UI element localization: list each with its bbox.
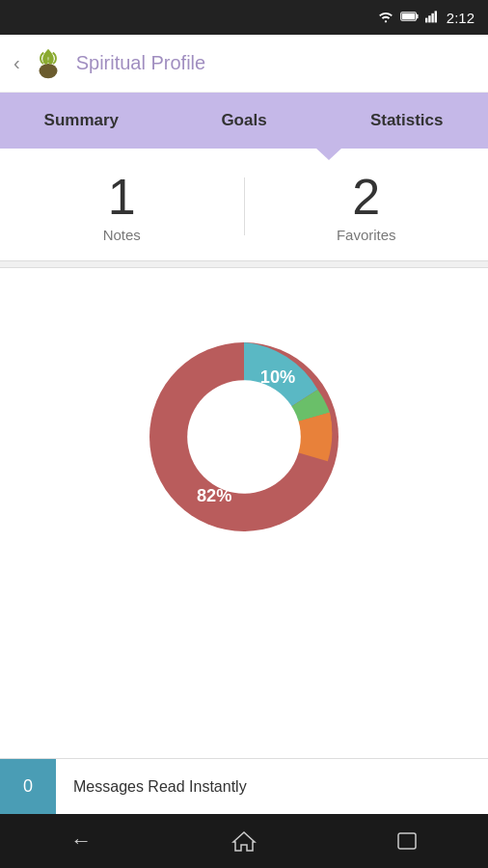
donut-chart: 10% 82% — [109, 302, 379, 572]
svg-rect-12 — [398, 833, 416, 849]
svg-text:82%: 82% — [197, 486, 231, 505]
notes-label: Notes — [0, 227, 244, 243]
bottom-card: 0 Messages Read Instantly — [0, 758, 488, 814]
svg-rect-5 — [431, 13, 433, 22]
page-title: Spiritual Profile — [76, 52, 206, 74]
status-icons: 2:12 — [377, 10, 474, 26]
svg-rect-1 — [416, 14, 418, 17]
svg-rect-6 — [434, 11, 436, 22]
header: ‹ Spiritual Profile — [0, 35, 488, 93]
stats-row: 1 Notes 2 Favorites — [0, 149, 488, 260]
wifi-icon — [377, 10, 394, 26]
tab-bar: Summary Goals Statistics — [0, 93, 488, 149]
status-time: 2:12 — [447, 10, 474, 26]
nav-back-button[interactable]: ← — [52, 822, 110, 860]
notes-value: 1 — [0, 170, 244, 225]
nav-recent-button[interactable] — [378, 822, 436, 860]
svg-point-9 — [187, 380, 301, 494]
stat-notes: 1 Notes — [0, 170, 244, 243]
back-button[interactable]: ‹ — [14, 52, 20, 74]
svg-rect-3 — [425, 17, 427, 22]
chart-area: 10% 82% — [0, 268, 488, 596]
signal-icon — [425, 10, 441, 26]
tab-goals[interactable]: Goals — [163, 93, 326, 149]
status-bar: 2:12 — [0, 0, 488, 35]
svg-rect-2 — [402, 13, 416, 18]
tab-indicator — [315, 148, 342, 160]
app-logo — [30, 45, 67, 82]
nav-bar: ← — [0, 814, 488, 868]
svg-point-7 — [39, 64, 57, 78]
battery-icon — [400, 11, 420, 25]
favorites-value: 2 — [245, 170, 489, 225]
tab-statistics[interactable]: Statistics — [325, 93, 488, 149]
bottom-card-text: Messages Read Instantly — [56, 778, 247, 796]
svg-rect-4 — [428, 15, 430, 22]
favorites-label: Favorites — [245, 227, 489, 243]
tab-summary[interactable]: Summary — [0, 93, 163, 149]
stat-favorites: 2 Favorites — [245, 170, 489, 243]
message-count-badge: 0 — [0, 759, 56, 815]
svg-text:10%: 10% — [260, 367, 295, 387]
separator — [0, 260, 488, 268]
nav-home-button[interactable] — [215, 822, 273, 860]
